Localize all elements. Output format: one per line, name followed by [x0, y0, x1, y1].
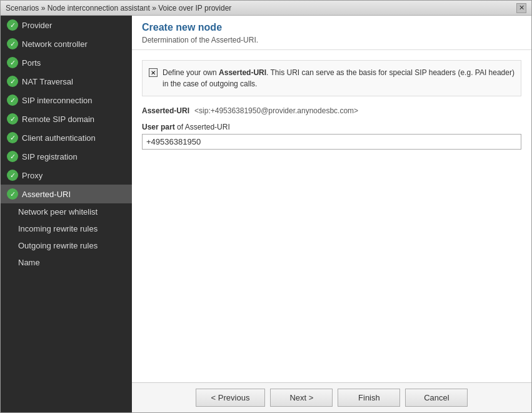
define-asserted-uri-checkbox[interactable]: ✕: [149, 68, 158, 77]
check-icon-ports: ✓: [7, 57, 18, 68]
sidebar-item-remote-sip-domain[interactable]: ✓Remote SIP domain: [1, 110, 132, 128]
asserted-uri-field-label: Asserted-URI: [142, 106, 189, 115]
check-icon-asserted-uri: ✓: [7, 188, 18, 200]
info-text-part1: Define your own: [163, 68, 219, 77]
sidebar-item-nat-traversal[interactable]: ✓NAT Traversal: [1, 72, 132, 91]
cancel-button[interactable]: Cancel: [405, 389, 468, 407]
sidebar-item-provider[interactable]: ✓Provider: [1, 16, 132, 34]
close-button[interactable]: ✕: [516, 3, 526, 13]
sidebar-label-incoming-rewrite-rules: Incoming rewrite rules: [18, 224, 98, 233]
title-bar: Scenarios » Node interconnection assista…: [1, 1, 531, 16]
sidebar-item-proxy[interactable]: ✓Proxy: [1, 166, 132, 185]
info-box: ✕ Define your own Asserted-URI. This URI…: [142, 60, 521, 96]
panel-title: Create new node: [142, 22, 521, 33]
sidebar: ✓Provider✓Network controller✓Ports✓NAT T…: [1, 16, 132, 412]
sidebar-item-asserted-uri[interactable]: ✓Asserted-URI: [1, 185, 132, 203]
check-icon-remote-sip-domain: ✓: [7, 113, 18, 125]
main-window: Scenarios » Node interconnection assista…: [0, 0, 532, 413]
main-panel: Create new node Determination of the Ass…: [132, 16, 531, 412]
sidebar-label-remote-sip-domain: Remote SIP domain: [22, 115, 94, 124]
sidebar-label-nat-traversal: NAT Traversal: [22, 77, 73, 86]
finish-button[interactable]: Finish: [338, 389, 400, 407]
sidebar-item-network-controller[interactable]: ✓Network controller: [1, 34, 132, 53]
check-icon-sip-registration: ✓: [7, 151, 18, 162]
check-icon-network-controller: ✓: [7, 38, 18, 49]
user-part-label: User part of Asserted-URI: [142, 123, 521, 131]
sidebar-label-sip-interconnection: SIP interconnection: [22, 96, 93, 105]
next-button[interactable]: Next >: [270, 389, 333, 407]
info-bold-text: Asserted-URI: [219, 68, 266, 77]
sidebar-label-network-controller: Network controller: [22, 39, 88, 49]
sidebar-label-network-peer-whitelist: Network peer whitelist: [18, 207, 98, 217]
sidebar-label-asserted-uri: Asserted-URI: [22, 190, 71, 199]
sidebar-label-client-authentication: Client authentication: [22, 133, 96, 143]
sidebar-item-outgoing-rewrite-rules[interactable]: Outgoing rewrite rules: [1, 237, 132, 254]
panel-header: Create new node Determination of the Ass…: [132, 16, 531, 50]
check-icon-client-authentication: ✓: [7, 132, 18, 143]
content-area: ✓Provider✓Network controller✓Ports✓NAT T…: [1, 16, 531, 412]
check-icon-sip-interconnection: ✓: [7, 94, 18, 106]
user-part-input[interactable]: [142, 134, 521, 150]
check-icon-proxy: ✓: [7, 170, 18, 181]
previous-button[interactable]: < Previous: [196, 389, 266, 407]
sidebar-item-sip-interconnection[interactable]: ✓SIP interconnection: [1, 91, 132, 110]
footer: < Previous Next > Finish Cancel: [132, 382, 531, 412]
check-icon-nat-traversal: ✓: [7, 76, 18, 87]
asserted-uri-row: Asserted-URI <sip:+49536381950@provider.…: [142, 106, 521, 115]
panel-subtitle: Determination of the Asserted-URI.: [142, 36, 521, 44]
info-description: Define your own Asserted-URI. This URI c…: [163, 67, 514, 89]
user-part-of: of Asserted-URI: [175, 123, 230, 131]
asserted-uri-field-value: <sip:+49536381950@provider.anynodesbc.co…: [194, 106, 358, 115]
sidebar-item-ports[interactable]: ✓Ports: [1, 53, 132, 72]
sidebar-label-provider: Provider: [22, 21, 52, 30]
sidebar-label-outgoing-rewrite-rules: Outgoing rewrite rules: [18, 241, 98, 250]
sidebar-label-proxy: Proxy: [22, 171, 43, 180]
user-part-bold: User part: [142, 123, 175, 131]
sidebar-item-incoming-rewrite-rules[interactable]: Incoming rewrite rules: [1, 220, 132, 237]
sidebar-label-ports: Ports: [22, 58, 41, 68]
sidebar-label-name: Name: [18, 258, 40, 267]
sidebar-label-sip-registration: SIP registration: [22, 152, 78, 161]
sidebar-item-name[interactable]: Name: [1, 254, 132, 271]
check-icon-provider: ✓: [7, 19, 18, 31]
panel-content: ✕ Define your own Asserted-URI. This URI…: [132, 50, 531, 382]
sidebar-item-client-authentication[interactable]: ✓Client authentication: [1, 128, 132, 147]
sidebar-item-network-peer-whitelist[interactable]: Network peer whitelist: [1, 203, 132, 220]
title-bar-text: Scenarios » Node interconnection assista…: [6, 4, 231, 13]
sidebar-item-sip-registration[interactable]: ✓SIP registration: [1, 147, 132, 166]
